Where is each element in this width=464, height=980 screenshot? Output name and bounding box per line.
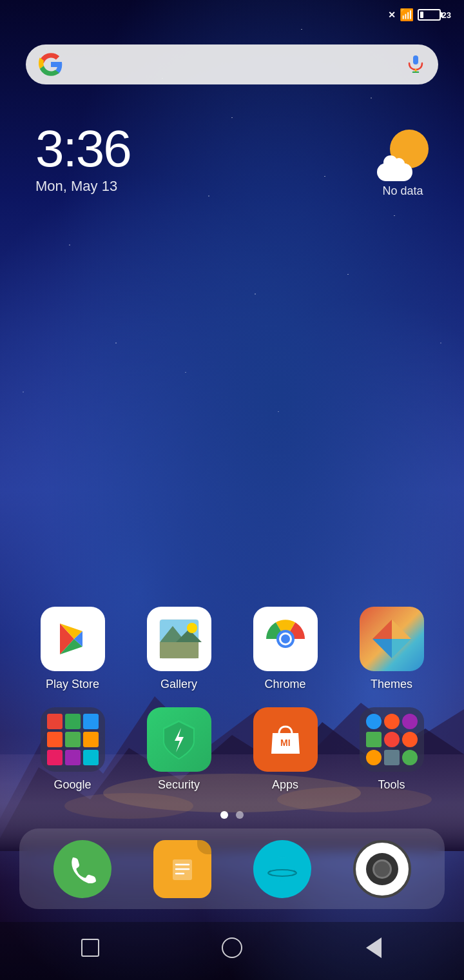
status-bar: ✕ 📶 23 — [0, 0, 464, 25]
search-bar-container — [0, 32, 464, 97]
nav-back-button[interactable] — [358, 932, 390, 964]
mic-icon[interactable] — [406, 54, 425, 75]
clock-date: Mon, May 13 — [35, 178, 131, 195]
google-logo — [39, 52, 63, 77]
security-icon — [147, 707, 211, 772]
apps-icon: MI — [253, 707, 318, 772]
dock-notes[interactable] — [151, 838, 213, 899]
battery-indicator: 23 — [418, 9, 451, 21]
nav-home-button[interactable] — [216, 932, 248, 964]
app-tools-folder[interactable]: Tools — [347, 707, 437, 792]
svg-text:MI: MI — [280, 738, 291, 748]
page-dot-1[interactable] — [220, 811, 228, 819]
clock-info: 3:36 Mon, May 13 — [35, 123, 131, 195]
gallery-label: Gallery — [160, 678, 197, 691]
svg-marker-27 — [392, 639, 411, 658]
themes-label: Themes — [371, 678, 412, 691]
dock-phone[interactable] — [52, 838, 113, 899]
google-search-bar[interactable] — [26, 44, 438, 84]
svg-point-23 — [281, 634, 290, 643]
svg-rect-6 — [413, 55, 418, 64]
svg-marker-28 — [372, 639, 392, 658]
svg-rect-18 — [160, 642, 198, 658]
app-row-2: Google Security — [0, 701, 464, 798]
dock-messages[interactable] — [251, 838, 313, 899]
chrome-icon — [253, 607, 318, 671]
weather-status: No data — [382, 184, 423, 198]
camera-icon — [353, 840, 411, 898]
google-folder-label: Google — [53, 778, 91, 792]
svg-marker-25 — [372, 620, 392, 639]
weather-icon — [377, 130, 429, 181]
status-icons: ✕ 📶 23 — [388, 8, 451, 22]
app-google-folder[interactable]: Google — [28, 707, 118, 792]
app-row-1: Play Store — [0, 600, 464, 698]
recents-icon — [81, 939, 99, 957]
app-themes[interactable]: Themes — [347, 607, 437, 691]
back-icon — [366, 937, 382, 958]
dock — [19, 828, 445, 909]
phone-icon — [53, 840, 111, 898]
clock-section: 3:36 Mon, May 13 No data — [0, 104, 464, 204]
tools-folder-icon — [360, 707, 424, 772]
no-signal-icon: ✕ — [388, 10, 396, 20]
app-grid-area: Play Store — [0, 204, 464, 922]
notes-icon — [153, 840, 211, 898]
app-chrome[interactable]: Chrome — [240, 607, 331, 691]
page-dot-2[interactable] — [236, 811, 244, 819]
battery-level: 23 — [442, 10, 451, 20]
app-apps[interactable]: MI Apps — [240, 707, 331, 792]
playstore-label: Play Store — [46, 678, 99, 691]
security-label: Security — [158, 778, 200, 792]
playstore-icon — [41, 607, 105, 671]
home-icon — [222, 937, 242, 958]
weather-widget[interactable]: No data — [377, 130, 429, 198]
messages-icon — [253, 840, 311, 898]
apps-label: Apps — [272, 778, 298, 792]
themes-icon — [360, 607, 424, 671]
chrome-label: Chrome — [264, 678, 305, 691]
page-indicators — [0, 801, 464, 828]
clock-time: 3:36 — [35, 123, 131, 175]
wifi-icon: 📶 — [400, 8, 414, 22]
app-security[interactable]: Security — [134, 707, 224, 792]
tools-folder-label: Tools — [378, 778, 405, 792]
dock-camera[interactable] — [351, 838, 412, 899]
app-gallery[interactable]: Gallery — [134, 607, 224, 691]
svg-point-19 — [187, 623, 197, 633]
svg-marker-26 — [392, 620, 411, 639]
nav-bar — [0, 922, 464, 980]
google-folder-icon — [41, 707, 105, 772]
gallery-icon — [147, 607, 211, 671]
app-playstore[interactable]: Play Store — [28, 607, 118, 691]
nav-recents-button[interactable] — [74, 932, 106, 964]
